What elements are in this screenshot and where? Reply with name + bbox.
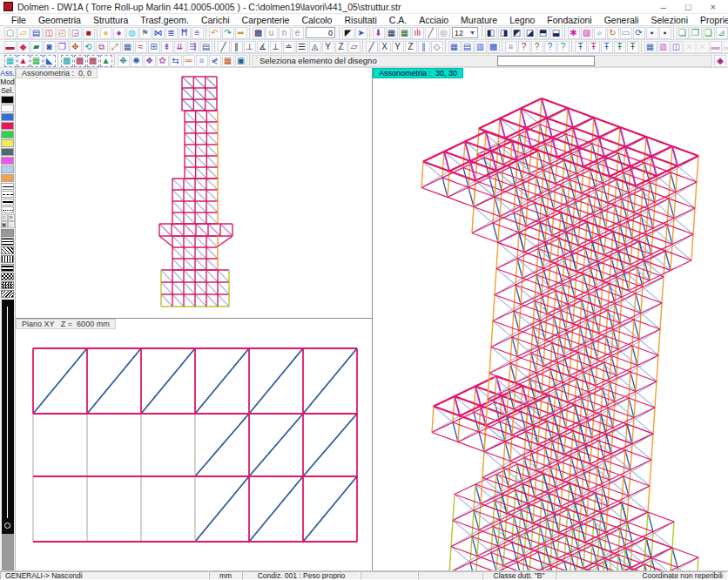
props-table-icon[interactable]: ▤	[200, 41, 212, 53]
select-corner-icon[interactable]: ◣	[44, 55, 56, 67]
extents-icon[interactable]: ⋈	[152, 27, 165, 39]
view-dark2-icon[interactable]: ▪	[659, 27, 671, 39]
axis-z-icon[interactable]: Z	[335, 41, 347, 53]
sel-box-icon[interactable]: ▣	[235, 55, 247, 67]
ortho-icon[interactable]: ⟂	[270, 41, 282, 53]
erase-last-icon[interactable]: ◆	[714, 55, 726, 67]
query3-icon[interactable]: ?	[544, 41, 556, 53]
arrow-down-icon[interactable]: ⬇	[373, 27, 385, 39]
select-invert-icon[interactable]: ▩	[87, 55, 99, 67]
regen-icon[interactable]: ⟳	[633, 27, 645, 39]
window-n-button[interactable]: n	[279, 27, 291, 39]
hatch-pattern-1[interactable]	[1, 238, 14, 246]
stretch-icon[interactable]: ⤢	[109, 41, 121, 53]
view-back-icon[interactable]: ◨	[498, 27, 510, 39]
node-icon[interactable]: ▬	[4, 41, 17, 53]
color-swatch-8[interactable]	[1, 165, 14, 173]
select-prev-icon[interactable]: ▩	[74, 55, 86, 67]
export-icon[interactable]: ◲	[70, 27, 82, 39]
scale-slider[interactable]	[2, 300, 14, 570]
hatch-pattern-6[interactable]	[1, 281, 14, 289]
zoom-window-icon[interactable]: ▨	[581, 27, 593, 39]
red-ticks-icon[interactable]: ılı	[412, 27, 424, 39]
viewport-plan[interactable]: Piano XY Z = 6000 mm	[16, 319, 372, 570]
pick-arrow-icon[interactable]: ➤	[355, 27, 367, 39]
query2-icon[interactable]: ?	[531, 41, 543, 53]
flag-view-icon[interactable]: ⚑	[139, 27, 152, 39]
beam-icon[interactable]: ◆	[17, 41, 30, 53]
axo-3-icon[interactable]: ❑	[703, 27, 715, 39]
profile-icon[interactable]: ◫	[671, 41, 683, 53]
redo-icon[interactable]: ↷	[222, 27, 234, 39]
viewport-elevation-label[interactable]: Assonometria : 0, 0	[16, 68, 98, 78]
grid3-icon[interactable]: ▥	[475, 41, 487, 53]
menu-item-geometria[interactable]: Geometria	[32, 15, 87, 25]
menu-item-generali[interactable]: Generali	[598, 15, 645, 25]
solid-icon[interactable]: ◙	[44, 41, 56, 53]
window-u-button[interactable]: u	[266, 27, 278, 39]
undo-icon[interactable]: ↶	[209, 27, 221, 39]
load2-icon[interactable]: ⇊	[174, 41, 186, 53]
shell-icon[interactable]: ▰	[30, 41, 43, 53]
snap-diamond-icon[interactable]: ◇	[1, 214, 8, 221]
query1-icon[interactable]: ?	[518, 41, 530, 53]
shaded-sphere-icon[interactable]: ●	[113, 27, 125, 39]
sel-orange-icon[interactable]: ▦	[222, 55, 234, 67]
ref-frame-icon[interactable]: ⌗	[505, 41, 517, 53]
coord-x-icon[interactable]: X	[379, 41, 391, 53]
free-line-icon[interactable]: ╱	[366, 41, 378, 53]
plane-icon[interactable]: ▱	[348, 41, 361, 53]
color-swatch-7[interactable]	[1, 157, 14, 165]
coord-z-icon[interactable]: Z	[405, 41, 417, 53]
perpendicular-icon[interactable]: ⊥	[244, 41, 256, 53]
color-swatch-2[interactable]	[1, 113, 14, 121]
save-as-icon[interactable]: ◫	[44, 27, 56, 39]
menu-item-file[interactable]: File	[5, 15, 32, 25]
table-icon[interactable]: ▦	[644, 41, 657, 53]
grid2-icon[interactable]: ▤	[462, 41, 474, 53]
support3-icon[interactable]: Ŧ	[601, 41, 613, 53]
view-right-icon[interactable]: ◪	[524, 27, 536, 39]
shade-cone-icon[interactable]: ◤	[342, 27, 354, 39]
view-bottom-icon[interactable]: ⬓	[550, 27, 563, 39]
line-style-dashdot[interactable]	[1, 199, 14, 206]
zoom-previous-icon[interactable]: ▭	[620, 27, 632, 39]
mode-button-mod[interactable]: Mod	[0, 78, 15, 86]
view-top-icon[interactable]: ⬒	[537, 27, 549, 39]
snap-square-icon[interactable]: ▣	[1, 221, 8, 228]
select-tri-icon[interactable]: ▲	[100, 55, 112, 67]
angle-icon[interactable]: ∡	[257, 41, 269, 53]
dis3-icon[interactable]: ▬	[723, 41, 728, 53]
menu-item-calcolo[interactable]: Calcolo	[295, 15, 338, 25]
axis-y-icon[interactable]: Y	[322, 41, 334, 53]
dis2-icon[interactable]: ✕	[697, 41, 709, 53]
entity-list-icon[interactable]: ≣	[165, 27, 178, 39]
mode-button-ass[interactable]: Ass.	[0, 69, 15, 78]
draw-line-icon[interactable]: ╱	[218, 41, 230, 53]
menu-item-c-a-[interactable]: C.A.	[383, 15, 413, 25]
sel-grid-icon[interactable]: ⌗	[196, 55, 208, 67]
select-mesh-icon[interactable]: ▦	[30, 55, 43, 67]
table-dark-icon[interactable]: ▦	[386, 27, 398, 39]
pencil-line-icon[interactable]: ╱	[425, 27, 437, 39]
new-file-icon[interactable]: ▢	[4, 27, 17, 39]
hatch-pattern-4[interactable]	[1, 264, 14, 272]
layers-icon[interactable]: ≡	[192, 27, 204, 39]
hatch-pattern-3[interactable]	[1, 255, 14, 263]
coord-par-icon[interactable]: ∥	[418, 41, 430, 53]
viewport-elevation[interactable]: Assonometria : 0, 0	[16, 68, 372, 319]
color-swatch-0[interactable]	[1, 96, 14, 104]
mode-button-sel[interactable]: Sel.	[1, 86, 14, 95]
hatch-pattern-5[interactable]	[1, 273, 14, 280]
line-style-solid[interactable]	[1, 183, 14, 190]
mirror-icon[interactable]: ⧉	[96, 41, 108, 53]
save-file-icon[interactable]: ▤	[30, 27, 43, 39]
maximize-button[interactable]: □	[685, 2, 691, 12]
line-style-dashed[interactable]	[1, 191, 14, 198]
wire-sphere-icon[interactable]: ◍	[126, 27, 138, 39]
menu-item-carpenterie[interactable]: Carpenterie	[236, 15, 296, 25]
color-swatch-9[interactable]	[1, 174, 14, 182]
array-icon[interactable]: ▦	[122, 41, 134, 53]
color-swatch-6[interactable]	[1, 148, 14, 156]
snap-circle-icon[interactable]: ◦	[8, 221, 15, 228]
